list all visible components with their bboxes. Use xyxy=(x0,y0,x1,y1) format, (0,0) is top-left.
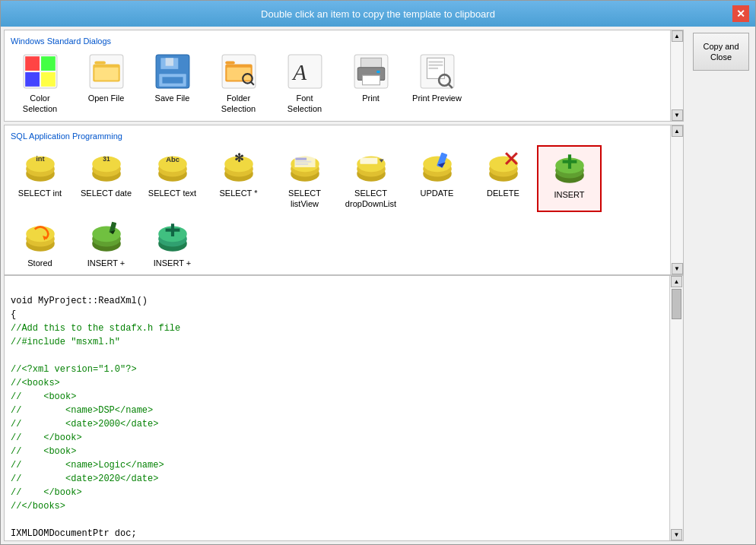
font-selection-label: FontSelection xyxy=(287,93,322,115)
font-selection-icon: A xyxy=(287,53,323,90)
save-file-label: Save File xyxy=(155,93,190,103)
svg-rect-6 xyxy=(94,61,106,64)
insert-plus2-label: INSERT + xyxy=(154,258,191,268)
select-date-icon: 31 xyxy=(88,148,125,185)
scroll-down-arrow[interactable]: ▼ xyxy=(672,109,683,121)
svg-point-83 xyxy=(92,227,121,242)
svg-rect-1 xyxy=(25,56,40,71)
folder-selection-icon xyxy=(221,53,257,90)
select-dropdown-label: SELECTdropDownList xyxy=(345,188,396,210)
code-line: // <name>Logic</name> xyxy=(11,460,164,471)
sections-scrollbar[interactable]: ▲ ▼ xyxy=(670,30,683,121)
icon-insert-plus2[interactable]: INSERT + xyxy=(140,215,205,271)
code-scrollbar[interactable]: ▲ ▼ xyxy=(669,276,683,540)
code-line: //#include "msxml.h" xyxy=(11,337,120,347)
code-line: //<books> xyxy=(11,378,60,388)
icon-print-preview[interactable]: Print Preview xyxy=(405,50,469,118)
code-line: // </book> xyxy=(11,433,82,443)
icon-select-dropdown[interactable]: SELECTdropDownList xyxy=(338,145,403,213)
select-listview-label: SELECTlistView xyxy=(288,188,321,210)
svg-text:31: 31 xyxy=(103,154,110,162)
scroll-track-middle xyxy=(672,42,683,109)
scroll-up-arrow[interactable]: ▲ xyxy=(672,30,683,42)
windows-section-label: Windows Standard Dialogs xyxy=(8,36,114,46)
save-file-icon xyxy=(154,53,191,90)
stored-icon xyxy=(22,218,59,255)
window-title: Double click an item to copy the templat… xyxy=(24,8,732,20)
icon-insert-plus1[interactable]: INSERT + xyxy=(74,215,138,271)
svg-rect-2 xyxy=(41,56,56,71)
svg-rect-30 xyxy=(428,65,443,66)
svg-rect-76 xyxy=(562,160,577,163)
select-star-label: SELECT * xyxy=(220,188,258,198)
color-selection-label: ColorSelection xyxy=(23,93,57,115)
code-scroll-thumb[interactable] xyxy=(672,289,681,319)
icon-color-selection[interactable]: ColorSelection xyxy=(8,50,72,118)
icon-select-date[interactable]: 31 SELECT date xyxy=(74,145,138,213)
svg-rect-60 xyxy=(360,157,377,163)
icon-insert[interactable]: INSERT xyxy=(537,145,602,213)
icon-font-selection[interactable]: A FontSelection xyxy=(272,50,337,118)
code-line: { xyxy=(11,309,16,320)
left-panel: Windows Standard Dialogs xyxy=(1,27,687,544)
icon-select-int[interactable]: int SELECT int xyxy=(8,145,72,213)
svg-rect-25 xyxy=(362,75,380,85)
code-line: // <date>2000</date> xyxy=(11,419,158,429)
code-line: //<?xml version="1.0"?> xyxy=(11,364,137,375)
code-line xyxy=(11,515,16,525)
code-line: // <book> xyxy=(11,446,76,457)
icon-stored[interactable]: Stored xyxy=(8,215,72,271)
svg-rect-26 xyxy=(376,71,380,73)
code-content[interactable]: void MyProject::ReadXml() { //Add this t… xyxy=(5,276,669,540)
sql-items-row-2: Stored INSERT xyxy=(8,215,680,271)
sql-scrollbar[interactable]: ▲ ▼ xyxy=(670,125,683,275)
svg-text:int: int xyxy=(36,154,44,162)
close-button[interactable]: ✕ xyxy=(732,5,749,22)
code-line: // </book> xyxy=(11,487,82,498)
update-label: UPDATE xyxy=(421,188,454,198)
code-line: // <book> xyxy=(11,391,76,402)
icon-delete[interactable]: DELETE xyxy=(471,145,535,213)
print-icon xyxy=(353,53,389,90)
icon-select-listview[interactable]: SELECTlistView xyxy=(272,145,337,213)
svg-rect-55 xyxy=(295,160,311,162)
svg-rect-31 xyxy=(428,68,438,69)
code-scroll-track xyxy=(671,287,682,529)
code-scroll-up[interactable]: ▲ xyxy=(671,276,682,287)
code-area: void MyProject::ReadXml() { //Add this t… xyxy=(4,275,684,541)
sql-scroll-down[interactable]: ▼ xyxy=(672,263,683,274)
sql-scroll-track xyxy=(672,137,683,264)
insert-icon xyxy=(551,150,588,186)
sql-items-row: int SELECT int 31 SE xyxy=(8,145,680,213)
icon-folder-selection[interactable]: FolderSelection xyxy=(206,50,271,118)
folder-selection-label: FolderSelection xyxy=(221,93,256,115)
code-line xyxy=(11,350,16,361)
copy-close-button[interactable]: Copy andClose xyxy=(693,33,749,71)
icon-update[interactable]: UPDATE xyxy=(405,145,469,213)
icon-select-text[interactable]: Abc SELECT text xyxy=(140,145,205,213)
svg-text:A: A xyxy=(291,60,307,84)
print-preview-icon xyxy=(419,53,456,90)
icon-save-file[interactable]: Save File xyxy=(140,50,205,118)
select-star-icon: ✻ xyxy=(221,148,257,185)
open-file-label: Open File xyxy=(88,93,125,103)
svg-rect-4 xyxy=(41,72,56,87)
select-date-label: SELECT date xyxy=(81,188,132,198)
sql-section-label: SQL Application Programming xyxy=(8,131,125,141)
svg-rect-8 xyxy=(94,68,118,81)
stored-label: Stored xyxy=(27,258,52,268)
icon-open-file[interactable]: Open File xyxy=(74,50,138,118)
insert-plus1-label: INSERT + xyxy=(87,258,125,268)
svg-rect-3 xyxy=(25,72,40,87)
insert-label: INSERT xyxy=(554,189,584,200)
icon-select-star[interactable]: ✻ SELECT * xyxy=(206,145,271,213)
code-scroll-down[interactable]: ▼ xyxy=(671,529,682,540)
icon-print[interactable]: Print xyxy=(338,50,403,118)
delete-label: DELETE xyxy=(487,188,519,198)
print-preview-label: Print Preview xyxy=(412,93,462,103)
title-bar: Double click an item to copy the templat… xyxy=(1,1,755,27)
svg-text:Abc: Abc xyxy=(166,154,179,163)
windows-items-row: ColorSelection Open File xyxy=(8,50,680,118)
svg-rect-56 xyxy=(295,163,308,164)
sql-scroll-up[interactable]: ▲ xyxy=(672,125,683,137)
